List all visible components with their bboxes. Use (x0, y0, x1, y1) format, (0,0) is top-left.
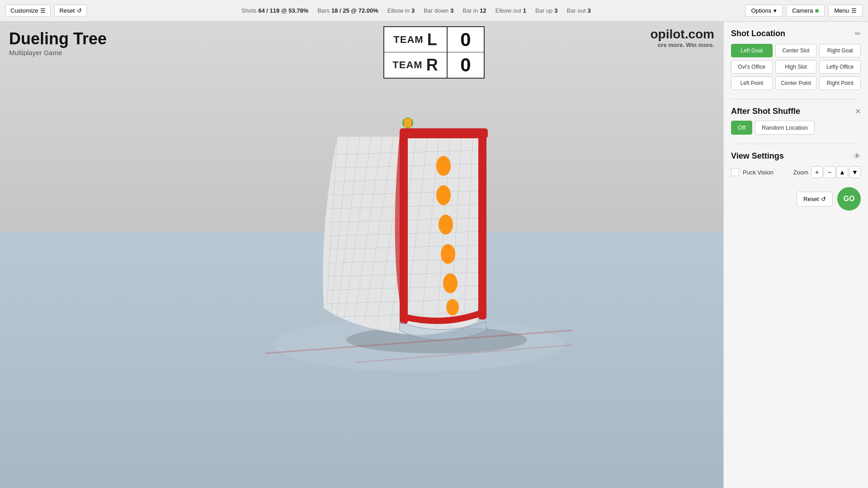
bars-value: 18 / 25 @ 72.00% (331, 7, 378, 14)
bar-down-stat: Bar down 3 (424, 7, 453, 14)
customize-button[interactable]: Customize ☰ (5, 5, 51, 17)
camera-active-dot (815, 9, 819, 13)
shuffle-close-icon[interactable]: ✕ (855, 107, 861, 116)
brand-name: opilot.com (650, 27, 714, 42)
svg-point-34 (439, 215, 453, 235)
team-r-letter: R (426, 56, 439, 75)
bar-down-value: 3 (450, 7, 453, 14)
puck-vision-checkbox[interactable] (731, 168, 739, 176)
menu-label: Menu (834, 7, 849, 14)
divider-2 (731, 144, 861, 144)
score-r-value: 0 (448, 54, 484, 76)
zoom-plus-button[interactable]: + (811, 166, 823, 178)
shot-location-edit-icon[interactable]: ✏ (855, 29, 861, 38)
elbow-out-value: 1 (523, 7, 526, 14)
customize-icon: ☰ (40, 7, 46, 14)
options-button[interactable]: Options ▾ (745, 5, 783, 17)
score-row-r: TEAM R 0 (384, 52, 484, 78)
zoom-label: Zoom (793, 169, 808, 176)
location-btn-center-slot[interactable]: Center Slot (775, 44, 817, 57)
brand-watermark: opilot.com ore more. Win more. (650, 27, 714, 48)
location-btn-high-slot[interactable]: High Slot (775, 60, 817, 74)
elbow-out-label: Elbow out (495, 7, 521, 14)
camera-label: Camera (792, 7, 813, 14)
options-label: Options (751, 7, 771, 14)
score-l-value: 0 (448, 29, 484, 51)
zoom-controls: Zoom + − ▲ ▼ (793, 166, 861, 178)
svg-rect-30 (478, 130, 486, 319)
reset-top-label: Reset (59, 7, 75, 14)
location-btn-left-goal[interactable]: Left Goal (731, 44, 773, 57)
bar-up-value: 3 (554, 7, 557, 14)
location-btn-lefty-office[interactable]: Lefty Office (819, 60, 861, 74)
location-btn-left-point[interactable]: Left Point (731, 76, 773, 90)
top-bar-left: Customize ☰ Reset ↺ (5, 5, 87, 17)
elbow-in-value: 3 (411, 7, 415, 14)
svg-point-37 (446, 299, 459, 315)
shuffle-buttons: Off Random Location (731, 121, 861, 135)
shuffle-header: After Shot Shuffle ✕ (731, 107, 861, 116)
menu-button[interactable]: Menu ☰ (828, 5, 863, 17)
go-button[interactable]: GO (837, 187, 861, 211)
shots-label: Shots (241, 7, 256, 14)
bar-out-value: 3 (588, 7, 591, 14)
bar-down-label: Bar down (424, 7, 448, 14)
shuffle-off-button[interactable]: Off (731, 121, 752, 135)
elbow-out-stat: Elbow out 1 (495, 7, 526, 14)
bar-up-stat: Bar up 3 (535, 7, 558, 14)
svg-point-36 (443, 273, 458, 293)
bar-in-label: Bar in (462, 7, 478, 14)
bar-in-stat: Bar in 12 (462, 7, 486, 14)
goal-display (265, 91, 572, 371)
zoom-down-button[interactable]: ▼ (849, 166, 861, 178)
options-icon: ▾ (774, 7, 777, 14)
game-subtitle: Multiplayer Game (9, 49, 107, 56)
right-panel: Shot Location ✏ Left Goal Center Slot Ri… (723, 22, 868, 488)
shots-value: 64 / 119 @ 53.78% (258, 7, 308, 14)
zoom-minus-button[interactable]: − (824, 166, 835, 178)
scoreboard: TEAM L 0 TEAM R 0 (383, 26, 485, 79)
bars-stat: Bars 18 / 25 @ 72.00% (317, 7, 378, 14)
elbow-in-stat: Elbow in 3 (387, 7, 415, 14)
divider-1 (731, 99, 861, 99)
location-btn-right-goal[interactable]: Right Goal (819, 44, 861, 57)
view-settings-title: View Settings (731, 151, 784, 161)
svg-point-33 (436, 185, 451, 205)
camera-button[interactable]: Camera (786, 5, 825, 17)
zoom-up-button[interactable]: ▲ (836, 166, 848, 178)
view-settings-section: View Settings 👁 Puck Vision Zoom + − ▲ ▼ (731, 151, 861, 178)
top-bar: Customize ☰ Reset ↺ Shots 64 / 119 @ 53.… (0, 0, 868, 22)
main-area: Dueling Tree Multiplayer Game TEAM L 0 T… (0, 22, 868, 488)
shuffle-section: After Shot Shuffle ✕ Off Random Location (731, 107, 861, 135)
team-l-label: TEAM L (384, 27, 448, 52)
location-btn-ovis-office[interactable]: Ovi's Office (731, 60, 773, 74)
location-btn-center-point[interactable]: Center Point (775, 76, 817, 90)
svg-rect-31 (400, 128, 488, 138)
shot-location-header: Shot Location ✏ (731, 29, 861, 38)
brand-tagline: ore more. Win more. (650, 42, 714, 48)
bars-label: Bars (317, 7, 330, 14)
puck-vision-label: Puck Vision (743, 169, 774, 176)
shots-stat: Shots 64 / 119 @ 53.78% (241, 7, 308, 14)
svg-point-32 (436, 156, 451, 176)
view-settings-eye-icon[interactable]: 👁 (854, 152, 861, 160)
bar-out-stat: Bar out 3 (567, 7, 591, 14)
bar-out-label: Bar out (567, 7, 586, 14)
reset-top-button[interactable]: Reset ↺ (54, 5, 87, 17)
elbow-in-label: Elbow in (387, 7, 410, 14)
title-panel: Dueling Tree Multiplayer Game (9, 31, 107, 56)
location-btn-right-point[interactable]: Right Point (819, 76, 861, 90)
reset-action-button[interactable]: Reset ↺ (797, 192, 833, 206)
bar-in-value: 12 (480, 7, 486, 14)
svg-rect-39 (404, 118, 411, 127)
team-l-letter: L (427, 30, 438, 49)
top-bar-stats: Shots 64 / 119 @ 53.78% Bars 18 / 25 @ 7… (90, 7, 741, 14)
svg-point-35 (441, 244, 455, 264)
bar-up-label: Bar up (535, 7, 552, 14)
view-controls: Puck Vision Zoom + − ▲ ▼ (731, 166, 861, 178)
shot-location-section: Shot Location ✏ Left Goal Center Slot Ri… (731, 29, 861, 90)
shuffle-random-button[interactable]: Random Location (755, 121, 815, 135)
team-r-label: TEAM R (384, 52, 448, 78)
shuffle-title: After Shot Shuffle (731, 107, 800, 116)
reset-action-icon: ↺ (821, 196, 826, 202)
